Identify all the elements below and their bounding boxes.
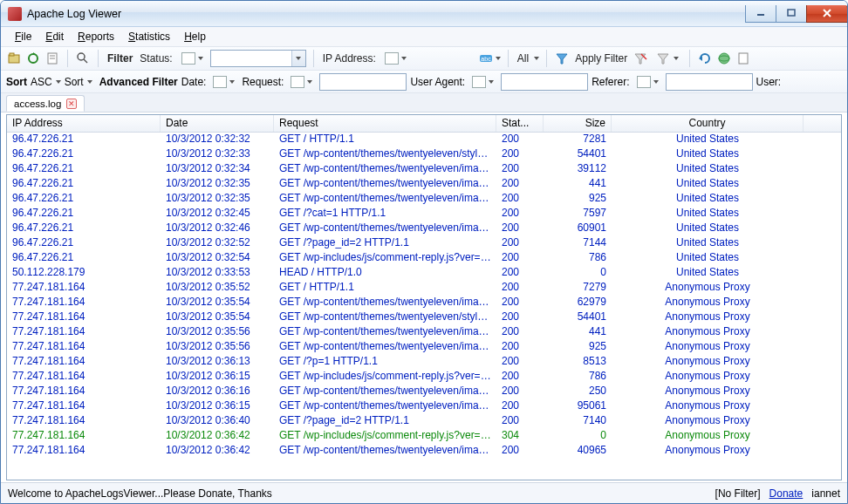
separator xyxy=(67,50,68,67)
cell-size: 54401 xyxy=(544,310,612,325)
cell-size: 40965 xyxy=(544,444,612,459)
table-row[interactable]: 96.47.226.2110/3/2012 0:32:35GET /wp-con… xyxy=(7,192,841,207)
table-row[interactable]: 77.247.181.16410/3/2012 0:35:54GET /wp-c… xyxy=(7,296,841,310)
table-row[interactable]: 96.47.226.2110/3/2012 0:32:45GET /?cat=1… xyxy=(7,207,841,221)
date-color-dropdown[interactable] xyxy=(209,73,238,91)
cell-status: 200 xyxy=(496,266,544,281)
table-row[interactable]: 77.247.181.16410/3/2012 0:36:42GET /wp-i… xyxy=(7,429,841,444)
cell-date: 10/3/2012 0:35:54 xyxy=(161,296,274,310)
refresh-log-icon[interactable] xyxy=(25,51,41,66)
useragent-color-dropdown[interactable] xyxy=(468,73,497,91)
table-row[interactable]: 77.247.181.16410/3/2012 0:36:42GET /wp-c… xyxy=(7,444,841,459)
tab-accesslog[interactable]: access.log ✕ xyxy=(6,95,85,112)
referer-color-dropdown[interactable] xyxy=(633,73,662,91)
request-label: Request: xyxy=(242,76,284,88)
table-row[interactable]: 77.247.181.16410/3/2012 0:36:40GET /?pag… xyxy=(7,414,841,429)
table-row[interactable]: 77.247.181.16410/3/2012 0:35:52GET / HTT… xyxy=(7,281,841,296)
svg-marker-18 xyxy=(658,54,668,64)
col-header-date[interactable]: Date xyxy=(161,115,274,132)
menu-statistics[interactable]: Statistics xyxy=(121,29,177,44)
col-header-ip[interactable]: IP Address xyxy=(7,115,161,132)
table-row[interactable]: 96.47.226.2110/3/2012 0:32:46GET /wp-con… xyxy=(7,221,841,236)
filter-options-dropdown[interactable] xyxy=(652,50,682,67)
open-log-icon[interactable] xyxy=(6,51,22,66)
apply-filter-button[interactable]: Apply Filter xyxy=(573,52,629,65)
referer-label: Referer: xyxy=(592,76,629,88)
menu-help[interactable]: Help xyxy=(177,29,213,44)
table-row[interactable]: 96.47.226.2110/3/2012 0:32:54GET /wp-inc… xyxy=(7,251,841,266)
tab-close-icon[interactable]: ✕ xyxy=(66,99,77,109)
ip-color-dropdown[interactable] xyxy=(381,50,410,67)
table-row[interactable]: 96.47.226.2110/3/2012 0:32:33GET /wp-con… xyxy=(7,147,841,162)
filter-clear-icon[interactable] xyxy=(633,51,648,66)
col-header-country[interactable]: Country xyxy=(612,115,804,132)
all-label: All xyxy=(516,52,530,65)
chevron-down-icon[interactable] xyxy=(496,57,501,60)
cell-size: 7597 xyxy=(544,207,612,221)
grid-body[interactable]: 96.47.226.2110/3/2012 0:32:32GET / HTTP/… xyxy=(7,133,841,480)
table-row[interactable]: 77.247.181.16410/3/2012 0:35:56GET /wp-c… xyxy=(7,340,841,355)
sort-dropdown[interactable] xyxy=(87,80,92,84)
svg-point-6 xyxy=(29,54,38,63)
cell-status: 200 xyxy=(496,236,544,251)
col-header-status[interactable]: Stat... xyxy=(496,115,544,132)
status-color-dropdown[interactable] xyxy=(178,50,207,67)
table-row[interactable]: 96.47.226.2110/3/2012 0:32:52GET /?page_… xyxy=(7,236,841,251)
referer-input[interactable] xyxy=(666,73,753,91)
col-header-size[interactable]: Size xyxy=(544,115,612,132)
status-combo[interactable] xyxy=(210,50,306,67)
table-row[interactable]: 77.247.181.16410/3/2012 0:36:15GET /wp-c… xyxy=(7,399,841,414)
asc-button[interactable]: ASC xyxy=(31,76,52,88)
table-row[interactable]: 96.47.226.2110/3/2012 0:32:32GET / HTTP/… xyxy=(7,133,841,147)
minimize-button[interactable] xyxy=(745,5,776,23)
separator xyxy=(313,50,314,67)
menu-reports[interactable]: Reports xyxy=(71,29,121,44)
table-row[interactable]: 77.247.181.16410/3/2012 0:35:56GET /wp-c… xyxy=(7,325,841,340)
page-icon[interactable] xyxy=(735,51,751,66)
request-color-dropdown[interactable] xyxy=(287,73,316,91)
cell-ip: 96.47.226.21 xyxy=(7,221,161,236)
status-welcome: Welcome to ApacheLogsViewer...Please Don… xyxy=(8,487,272,500)
window-title: Apache Log Viewer xyxy=(27,8,745,20)
cell-ip: 96.47.226.21 xyxy=(7,236,161,251)
tabstrip: access.log ✕ xyxy=(1,93,847,112)
maximize-button[interactable] xyxy=(776,5,807,23)
close-button[interactable] xyxy=(806,5,848,23)
col-header-request[interactable]: Request xyxy=(274,115,496,132)
request-input[interactable] xyxy=(319,73,407,91)
all-dropdown[interactable] xyxy=(534,57,539,60)
cell-ip: 77.247.181.164 xyxy=(7,325,161,340)
cell-date: 10/3/2012 0:35:52 xyxy=(161,281,274,296)
table-row[interactable]: 77.247.181.16410/3/2012 0:36:16GET /wp-c… xyxy=(7,385,841,399)
donate-link[interactable]: Donate xyxy=(769,487,804,500)
close-icon xyxy=(822,9,832,17)
table-row[interactable]: 96.47.226.2110/3/2012 0:32:35GET /wp-con… xyxy=(7,177,841,192)
useragent-input[interactable] xyxy=(501,73,588,91)
table-row[interactable]: 77.247.181.16410/3/2012 0:36:15GET /wp-i… xyxy=(7,370,841,385)
menu-file[interactable]: File xyxy=(8,29,38,44)
advanced-filter-label: Advanced Filter xyxy=(99,76,178,88)
cell-request: GET /wp-includes/js/comment-reply.js?ver… xyxy=(274,251,496,266)
table-row[interactable]: 77.247.181.16410/3/2012 0:36:13GET /?p=1… xyxy=(7,355,841,370)
asc-dropdown[interactable] xyxy=(56,80,61,84)
cell-status: 200 xyxy=(496,251,544,266)
find-icon[interactable] xyxy=(75,51,91,66)
table-row[interactable]: 50.112.228.17910/3/2012 0:33:53HEAD / HT… xyxy=(7,266,841,281)
globe-icon[interactable] xyxy=(716,51,732,66)
export-icon[interactable] xyxy=(44,51,60,66)
svg-rect-22 xyxy=(739,53,748,64)
funnel-icon xyxy=(554,51,570,66)
cell-country: Anonymous Proxy xyxy=(612,444,804,459)
menu-edit[interactable]: Edit xyxy=(38,29,71,44)
cell-request: GET /?page_id=2 HTTP/1.1 xyxy=(274,236,496,251)
minimize-icon xyxy=(756,9,766,17)
cell-date: 10/3/2012 0:32:32 xyxy=(161,133,274,147)
sort2-button[interactable]: Sort xyxy=(65,76,84,88)
cell-request: HEAD / HTTP/1.0 xyxy=(274,266,496,281)
reload-icon[interactable] xyxy=(697,51,713,66)
status-filter: [No Filter] xyxy=(715,487,761,500)
table-row[interactable]: 77.247.181.16410/3/2012 0:35:54GET /wp-c… xyxy=(7,310,841,325)
regex-toggle-icon[interactable]: abc xyxy=(478,51,494,66)
table-row[interactable]: 96.47.226.2110/3/2012 0:32:34GET /wp-con… xyxy=(7,162,841,177)
cell-request: GET /?p=1 HTTP/1.1 xyxy=(274,355,496,370)
